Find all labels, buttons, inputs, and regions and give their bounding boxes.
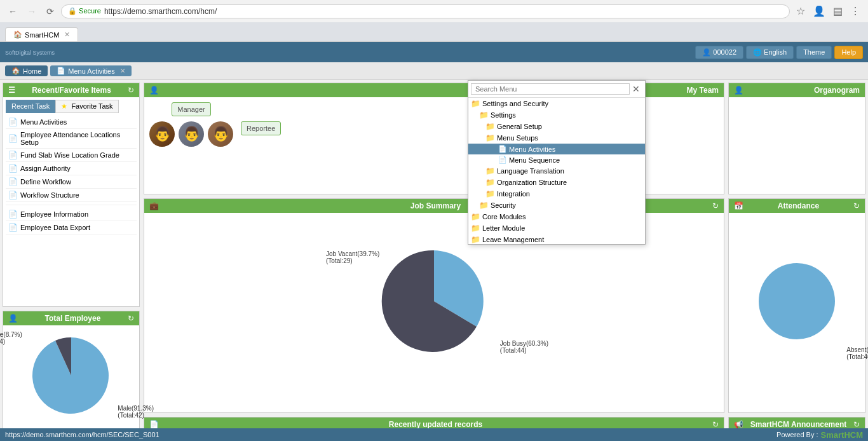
tree-item-leave-management[interactable]: 📁 Leave Management [468, 234, 645, 244]
file-icon: 📄 [8, 210, 18, 219]
list-item[interactable]: 📄 Workflow Structure [6, 189, 137, 202]
recent-list: 📄 Menu Activities 📄 Employee Attendance … [6, 116, 137, 202]
recent-refresh-btn[interactable]: ↻ [128, 86, 134, 95]
menu-button[interactable]: ⋮ [848, 4, 863, 18]
tree-item-language-translation[interactable]: 📁 Language Translation [468, 165, 645, 177]
favorite-list: 📄 Employee Information 📄 Employee Data E… [6, 208, 137, 234]
doc-icon: 📄 [498, 145, 507, 153]
profile-button[interactable]: 👤 [810, 4, 828, 18]
dropdown-tree: 📁 Settings and Security 📁 Settings 📁 Gen… [468, 98, 645, 244]
tree-item-integration[interactable]: 📁 Integration [468, 188, 645, 200]
list-item[interactable]: 📄 Employee Data Export [6, 221, 137, 234]
organogram-content [729, 97, 865, 173]
search-menu-input[interactable] [471, 83, 630, 95]
tab-menu-activities[interactable]: 📄 Menu Activities ✕ [50, 65, 131, 76]
list-item[interactable]: 📄 Menu Activities [6, 116, 137, 129]
tree-item-org-structure[interactable]: 📁 Organization Structure [468, 177, 645, 188]
browser-tab-home[interactable]: 🏠 SmartHCM ✕ [5, 27, 78, 41]
status-url: https://demo.smarthcm.com/hcm/SEC/SEC_S0… [5, 431, 159, 438]
job-icon: 💼 [149, 201, 159, 210]
url-text: https://demo.smarthcm.com/hcm/ [104, 7, 217, 16]
app-container: SoftDigital Systems 👤 000022 🌐 English T… [0, 42, 868, 441]
tree-item-general-setup[interactable]: 📁 General Setup [468, 121, 645, 132]
list-item[interactable]: 📄 Employee Information [6, 208, 137, 221]
female-label: Female(8.7%) (Total:4) [0, 331, 22, 345]
user-btn[interactable]: 👤 000022 [695, 46, 743, 59]
app-menutabs: 🏠 Home 📄 Menu Activities ✕ [0, 62, 868, 80]
avatar-face: 👨 [154, 121, 171, 147]
folder-open-icon: 📁 [485, 133, 495, 142]
forward-button[interactable]: → [24, 5, 39, 18]
browser-actions: ☆ 👤 ▤ ⋮ [794, 4, 863, 18]
manager-section: Manager 👨 👨 👨 [149, 102, 233, 147]
favorite-task-tab[interactable]: ★ Favorite Task [55, 100, 118, 113]
reportee-section: Reportee [241, 121, 281, 135]
file-icon: 📄 [8, 223, 18, 232]
male-label: Male(91.3%) (Total:42) [118, 405, 154, 419]
list-item[interactable]: 📄 Assign Authority [6, 162, 137, 175]
tree-item-settings-security[interactable]: 📁 Settings and Security [468, 98, 645, 109]
tree-item-menu-setups[interactable]: 📁 Menu Setups [468, 132, 645, 144]
emp-pie-chart [20, 331, 122, 420]
tree-item-settings[interactable]: 📁 Settings [468, 109, 645, 121]
list-item[interactable]: 📄 Fund Slab Wise Location Grade [6, 149, 137, 162]
tree-item-letter-module[interactable]: 📁 Letter Module [468, 222, 645, 234]
browser-toolbar: ← → ⟳ 🔒 Secure https://demo.smarthcm.com… [0, 0, 868, 22]
reload-button[interactable]: ⟳ [43, 5, 57, 18]
app-topnav: SoftDigital Systems 👤 000022 🌐 English T… [0, 42, 868, 62]
back-button[interactable]: ← [5, 5, 20, 18]
job-pie-container: Job Vacant(39.7%) (Total:29) Job Busy(60… [370, 238, 498, 367]
recent-content: Recent Task ★ Favorite Task 📄 Menu Activ… [3, 97, 139, 237]
search-dropdown: ✕ 📁 Settings and Security 📁 Settings 📁 G… [468, 80, 646, 245]
org-icon: 👤 [734, 86, 743, 95]
nav-right: 👤 000022 🌐 English Theme Help [695, 46, 863, 59]
avatar-face: 👨 [212, 121, 229, 147]
folder-open-icon: 📁 [479, 111, 489, 119]
dropdown-close-btn[interactable]: ✕ [630, 84, 642, 94]
theme-btn[interactable]: Theme [796, 46, 832, 59]
team-icon: 👤 [149, 86, 159, 95]
user-icon: 👤 [702, 48, 711, 57]
file-icon: 📄 [8, 164, 18, 173]
total-employee-refresh[interactable]: ↻ [128, 314, 134, 323]
job-summary-refresh[interactable]: ↻ [712, 201, 719, 210]
language-btn[interactable]: 🌐 English [746, 46, 794, 59]
bookmark-button[interactable]: ☆ [794, 4, 808, 18]
attendance-pie-container: Absent(100.0%) (Total:46) [746, 250, 848, 354]
favorite-section: 📄 Employee Information 📄 Employee Data E… [6, 205, 137, 234]
svg-point-0 [759, 263, 835, 339]
announcement-refresh[interactable]: ↻ [853, 420, 860, 429]
powered-by: Powered By : SmartHCM [776, 430, 863, 440]
address-bar[interactable]: 🔒 Secure https://demo.smarthcm.com/hcm/ [61, 4, 790, 18]
folder-icon: 📁 [471, 212, 480, 221]
absent-label: Absent(100.0%) (Total:46) [846, 346, 868, 360]
close-tab-icon[interactable]: ✕ [120, 67, 125, 74]
reportee-badge: Reportee [241, 121, 281, 135]
extension-button[interactable]: ▤ [831, 4, 845, 18]
doc-tab-icon: 📄 [57, 67, 65, 75]
tree-item-security[interactable]: 📁 Security [468, 200, 645, 211]
doc-icon: 📄 [498, 156, 507, 164]
list-item[interactable]: 📄 Employee Attendance Locations Setup [6, 129, 137, 149]
attendance-refresh[interactable]: ↻ [853, 201, 860, 210]
emp-icon: 👤 [8, 314, 18, 323]
tree-item-core-modules[interactable]: 📁 Core Modules [468, 211, 645, 222]
tree-item-menu-activities[interactable]: 📄 Menu Activities [468, 144, 645, 154]
browser-tabs: 🏠 SmartHCM ✕ [0, 22, 868, 41]
status-bar: https://demo.smarthcm.com/hcm/SEC/SEC_S0… [0, 428, 868, 441]
avatar: 👨 [179, 121, 204, 147]
list-item[interactable]: 📄 Define Workflow [6, 175, 137, 189]
total-employee-panel: 👤 Total Employee ↻ Female(8.7%) (Total:4… [3, 311, 140, 441]
recent-task-tab[interactable]: Recent Task [6, 100, 55, 113]
tree-item-menu-sequence[interactable]: 📄 Menu Sequence [468, 154, 645, 165]
avatar: 👨 [208, 121, 233, 147]
folder-icon: 📁 [485, 189, 495, 198]
help-btn[interactable]: Help [834, 46, 863, 59]
records-icon: 📄 [149, 420, 159, 429]
attendance-chart: Absent(100.0%) (Total:46) [729, 213, 865, 391]
tab-home[interactable]: 🏠 Home [5, 65, 48, 76]
records-refresh[interactable]: ↻ [712, 420, 719, 429]
avatar-face: 👨 [183, 121, 200, 147]
attendance-header: 📅 Attendance ↻ [729, 199, 865, 213]
file-icon: 📄 [8, 134, 18, 143]
